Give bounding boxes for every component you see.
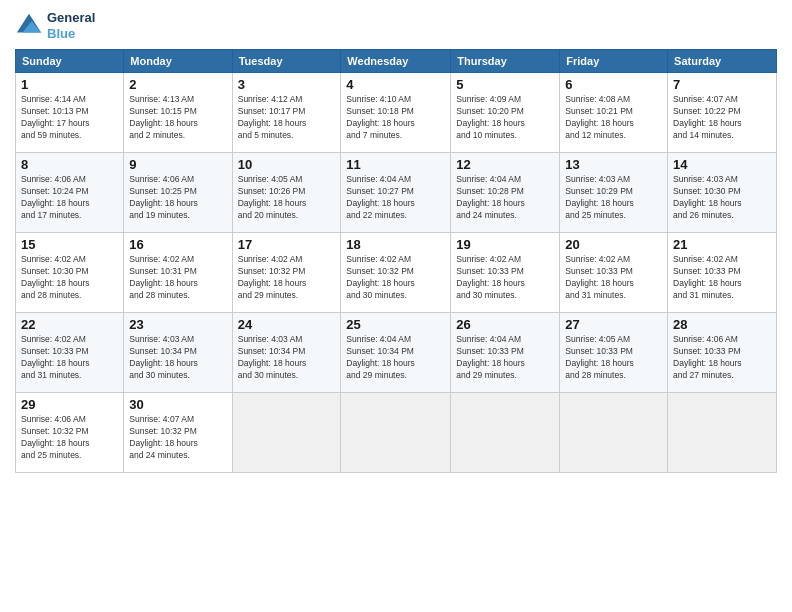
calendar-cell: 4Sunrise: 4:10 AM Sunset: 10:18 PM Dayli…	[341, 73, 451, 153]
day-info: Sunrise: 4:06 AM Sunset: 10:32 PM Daylig…	[21, 414, 118, 462]
day-number: 19	[456, 237, 554, 252]
day-info: Sunrise: 4:03 AM Sunset: 10:34 PM Daylig…	[129, 334, 226, 382]
day-info: Sunrise: 4:05 AM Sunset: 10:33 PM Daylig…	[565, 334, 662, 382]
page: General Blue SundayMondayTuesdayWednesda…	[0, 0, 792, 612]
calendar-cell: 19Sunrise: 4:02 AM Sunset: 10:33 PM Dayl…	[451, 233, 560, 313]
header-wednesday: Wednesday	[341, 50, 451, 73]
calendar-cell: 30Sunrise: 4:07 AM Sunset: 10:32 PM Dayl…	[124, 393, 232, 473]
day-number: 20	[565, 237, 662, 252]
day-number: 13	[565, 157, 662, 172]
day-number: 14	[673, 157, 771, 172]
day-info: Sunrise: 4:14 AM Sunset: 10:13 PM Daylig…	[21, 94, 118, 142]
logo-text: General Blue	[47, 10, 95, 41]
day-number: 6	[565, 77, 662, 92]
header-row: SundayMondayTuesdayWednesdayThursdayFrid…	[16, 50, 777, 73]
calendar-row: 29Sunrise: 4:06 AM Sunset: 10:32 PM Dayl…	[16, 393, 777, 473]
day-number: 4	[346, 77, 445, 92]
calendar-cell: 17Sunrise: 4:02 AM Sunset: 10:32 PM Dayl…	[232, 233, 341, 313]
calendar-cell: 28Sunrise: 4:06 AM Sunset: 10:33 PM Dayl…	[668, 313, 777, 393]
calendar-cell: 12Sunrise: 4:04 AM Sunset: 10:28 PM Dayl…	[451, 153, 560, 233]
day-info: Sunrise: 4:02 AM Sunset: 10:32 PM Daylig…	[238, 254, 336, 302]
day-info: Sunrise: 4:04 AM Sunset: 10:27 PM Daylig…	[346, 174, 445, 222]
day-number: 9	[129, 157, 226, 172]
header-tuesday: Tuesday	[232, 50, 341, 73]
day-info: Sunrise: 4:13 AM Sunset: 10:15 PM Daylig…	[129, 94, 226, 142]
day-info: Sunrise: 4:10 AM Sunset: 10:18 PM Daylig…	[346, 94, 445, 142]
calendar-cell: 16Sunrise: 4:02 AM Sunset: 10:31 PM Dayl…	[124, 233, 232, 313]
day-number: 8	[21, 157, 118, 172]
day-info: Sunrise: 4:05 AM Sunset: 10:26 PM Daylig…	[238, 174, 336, 222]
day-info: Sunrise: 4:08 AM Sunset: 10:21 PM Daylig…	[565, 94, 662, 142]
header-monday: Monday	[124, 50, 232, 73]
day-number: 5	[456, 77, 554, 92]
calendar-cell	[560, 393, 668, 473]
calendar-cell: 24Sunrise: 4:03 AM Sunset: 10:34 PM Dayl…	[232, 313, 341, 393]
day-info: Sunrise: 4:07 AM Sunset: 10:32 PM Daylig…	[129, 414, 226, 462]
day-number: 25	[346, 317, 445, 332]
calendar-cell: 5Sunrise: 4:09 AM Sunset: 10:20 PM Dayli…	[451, 73, 560, 153]
calendar-table: SundayMondayTuesdayWednesdayThursdayFrid…	[15, 49, 777, 473]
day-info: Sunrise: 4:04 AM Sunset: 10:33 PM Daylig…	[456, 334, 554, 382]
day-info: Sunrise: 4:02 AM Sunset: 10:33 PM Daylig…	[565, 254, 662, 302]
calendar-cell: 18Sunrise: 4:02 AM Sunset: 10:32 PM Dayl…	[341, 233, 451, 313]
calendar-cell	[668, 393, 777, 473]
day-number: 10	[238, 157, 336, 172]
day-number: 2	[129, 77, 226, 92]
day-number: 11	[346, 157, 445, 172]
day-info: Sunrise: 4:12 AM Sunset: 10:17 PM Daylig…	[238, 94, 336, 142]
day-number: 16	[129, 237, 226, 252]
day-info: Sunrise: 4:02 AM Sunset: 10:32 PM Daylig…	[346, 254, 445, 302]
day-info: Sunrise: 4:09 AM Sunset: 10:20 PM Daylig…	[456, 94, 554, 142]
day-info: Sunrise: 4:03 AM Sunset: 10:34 PM Daylig…	[238, 334, 336, 382]
calendar-cell: 8Sunrise: 4:06 AM Sunset: 10:24 PM Dayli…	[16, 153, 124, 233]
day-info: Sunrise: 4:02 AM Sunset: 10:31 PM Daylig…	[129, 254, 226, 302]
header: General Blue	[15, 10, 777, 41]
day-info: Sunrise: 4:04 AM Sunset: 10:28 PM Daylig…	[456, 174, 554, 222]
day-number: 29	[21, 397, 118, 412]
calendar-cell: 10Sunrise: 4:05 AM Sunset: 10:26 PM Dayl…	[232, 153, 341, 233]
calendar-cell: 29Sunrise: 4:06 AM Sunset: 10:32 PM Dayl…	[16, 393, 124, 473]
day-info: Sunrise: 4:02 AM Sunset: 10:30 PM Daylig…	[21, 254, 118, 302]
calendar-row: 22Sunrise: 4:02 AM Sunset: 10:33 PM Dayl…	[16, 313, 777, 393]
logo-icon	[15, 12, 43, 40]
day-number: 21	[673, 237, 771, 252]
day-number: 22	[21, 317, 118, 332]
header-thursday: Thursday	[451, 50, 560, 73]
calendar-cell: 6Sunrise: 4:08 AM Sunset: 10:21 PM Dayli…	[560, 73, 668, 153]
day-number: 27	[565, 317, 662, 332]
day-number: 7	[673, 77, 771, 92]
day-number: 15	[21, 237, 118, 252]
calendar-cell: 1Sunrise: 4:14 AM Sunset: 10:13 PM Dayli…	[16, 73, 124, 153]
calendar-cell: 23Sunrise: 4:03 AM Sunset: 10:34 PM Dayl…	[124, 313, 232, 393]
day-number: 12	[456, 157, 554, 172]
day-info: Sunrise: 4:06 AM Sunset: 10:33 PM Daylig…	[673, 334, 771, 382]
calendar-cell	[451, 393, 560, 473]
calendar-row: 15Sunrise: 4:02 AM Sunset: 10:30 PM Dayl…	[16, 233, 777, 313]
header-friday: Friday	[560, 50, 668, 73]
calendar-cell: 20Sunrise: 4:02 AM Sunset: 10:33 PM Dayl…	[560, 233, 668, 313]
calendar-row: 1Sunrise: 4:14 AM Sunset: 10:13 PM Dayli…	[16, 73, 777, 153]
day-number: 17	[238, 237, 336, 252]
calendar-cell: 7Sunrise: 4:07 AM Sunset: 10:22 PM Dayli…	[668, 73, 777, 153]
calendar-cell	[341, 393, 451, 473]
calendar-cell	[232, 393, 341, 473]
calendar-cell: 27Sunrise: 4:05 AM Sunset: 10:33 PM Dayl…	[560, 313, 668, 393]
logo: General Blue	[15, 10, 95, 41]
day-info: Sunrise: 4:04 AM Sunset: 10:34 PM Daylig…	[346, 334, 445, 382]
day-info: Sunrise: 4:02 AM Sunset: 10:33 PM Daylig…	[673, 254, 771, 302]
calendar-cell: 22Sunrise: 4:02 AM Sunset: 10:33 PM Dayl…	[16, 313, 124, 393]
calendar-cell: 11Sunrise: 4:04 AM Sunset: 10:27 PM Dayl…	[341, 153, 451, 233]
calendar-cell: 25Sunrise: 4:04 AM Sunset: 10:34 PM Dayl…	[341, 313, 451, 393]
day-number: 26	[456, 317, 554, 332]
calendar-cell: 9Sunrise: 4:06 AM Sunset: 10:25 PM Dayli…	[124, 153, 232, 233]
calendar-cell: 2Sunrise: 4:13 AM Sunset: 10:15 PM Dayli…	[124, 73, 232, 153]
calendar-cell: 3Sunrise: 4:12 AM Sunset: 10:17 PM Dayli…	[232, 73, 341, 153]
day-number: 30	[129, 397, 226, 412]
calendar-cell: 15Sunrise: 4:02 AM Sunset: 10:30 PM Dayl…	[16, 233, 124, 313]
calendar-cell: 14Sunrise: 4:03 AM Sunset: 10:30 PM Dayl…	[668, 153, 777, 233]
header-saturday: Saturday	[668, 50, 777, 73]
day-info: Sunrise: 4:03 AM Sunset: 10:29 PM Daylig…	[565, 174, 662, 222]
day-number: 24	[238, 317, 336, 332]
day-number: 18	[346, 237, 445, 252]
day-info: Sunrise: 4:02 AM Sunset: 10:33 PM Daylig…	[21, 334, 118, 382]
